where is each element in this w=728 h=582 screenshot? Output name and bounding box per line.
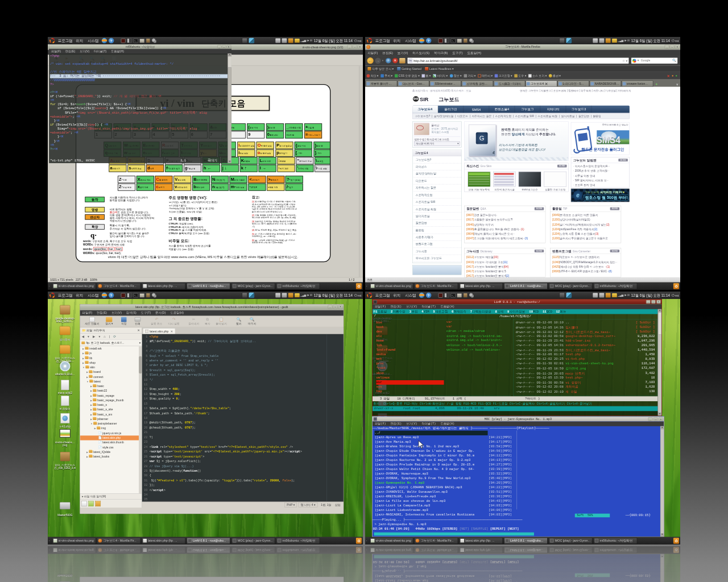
svg-text:SIR: SIR xyxy=(420,97,429,102)
